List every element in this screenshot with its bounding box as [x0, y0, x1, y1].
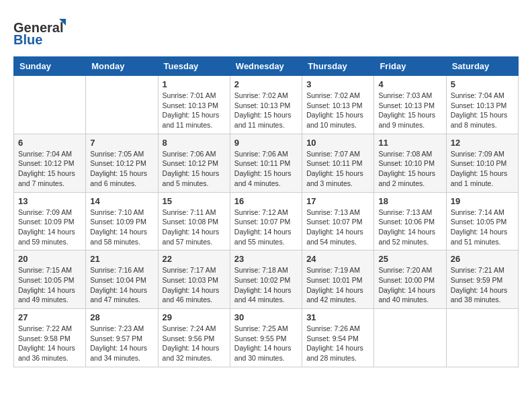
day-info: Sunrise: 7:04 AMSunset: 10:13 PMDaylight…: [451, 91, 514, 130]
day-info: Sunrise: 7:13 AMSunset: 10:06 PMDaylight…: [378, 208, 441, 247]
day-info: Sunrise: 7:24 AMSunset: 9:56 PMDaylight:…: [163, 324, 226, 363]
day-info: Sunrise: 7:01 AMSunset: 10:13 PMDaylight…: [163, 91, 226, 130]
column-header-tuesday: Tuesday: [158, 57, 230, 76]
calendar-cell: [86, 76, 158, 134]
column-header-sunday: Sunday: [14, 57, 86, 76]
day-info: Sunrise: 7:21 AMSunset: 9:59 PMDaylight:…: [451, 265, 514, 305]
day-info: Sunrise: 7:02 AMSunset: 10:13 PMDaylight…: [306, 91, 369, 130]
day-info: Sunrise: 7:15 AMSunset: 10:05 PMDaylight…: [18, 265, 81, 305]
day-number: 5: [451, 79, 514, 89]
calendar-cell: 3Sunrise: 7:02 AMSunset: 10:13 PMDayligh…: [302, 76, 374, 134]
day-info: Sunrise: 7:05 AMSunset: 10:12 PMDaylight…: [90, 149, 153, 189]
calendar-cell: [14, 76, 86, 134]
calendar-cell: 21Sunrise: 7:16 AMSunset: 10:04 PMDaylig…: [86, 250, 158, 309]
day-number: 23: [234, 254, 298, 264]
day-info: Sunrise: 7:23 AMSunset: 9:57 PMDaylight:…: [90, 324, 153, 363]
column-header-wednesday: Wednesday: [230, 57, 302, 76]
day-number: 16: [234, 196, 298, 206]
day-info: Sunrise: 7:06 AMSunset: 10:12 PMDaylight…: [163, 149, 226, 189]
calendar-body: 1Sunrise: 7:01 AMSunset: 10:13 PMDayligh…: [14, 76, 519, 367]
calendar-cell: 6Sunrise: 7:04 AMSunset: 10:12 PMDayligh…: [14, 134, 86, 192]
calendar-cell: 15Sunrise: 7:11 AMSunset: 10:08 PMDaylig…: [158, 192, 230, 250]
day-number: 14: [90, 196, 153, 206]
calendar-cell: 29Sunrise: 7:24 AMSunset: 9:56 PMDayligh…: [158, 309, 230, 367]
day-number: 9: [234, 138, 298, 148]
day-info: Sunrise: 7:14 AMSunset: 10:05 PMDaylight…: [451, 208, 514, 247]
calendar-cell: 19Sunrise: 7:14 AMSunset: 10:05 PMDaylig…: [446, 192, 518, 250]
calendar-cell: 2Sunrise: 7:02 AMSunset: 10:13 PMDayligh…: [230, 76, 302, 134]
calendar-cell: 26Sunrise: 7:21 AMSunset: 9:59 PMDayligh…: [446, 250, 518, 309]
day-number: 4: [378, 79, 441, 89]
calendar-cell: 5Sunrise: 7:04 AMSunset: 10:13 PMDayligh…: [446, 76, 518, 134]
day-number: 12: [451, 138, 514, 148]
day-number: 31: [306, 312, 369, 322]
day-number: 24: [306, 254, 369, 264]
day-number: 2: [234, 79, 298, 89]
calendar-cell: 10Sunrise: 7:07 AMSunset: 10:11 PMDaylig…: [302, 134, 374, 192]
calendar-cell: [374, 309, 446, 367]
calendar-cell: 1Sunrise: 7:01 AMSunset: 10:13 PMDayligh…: [158, 76, 230, 134]
calendar-cell: 12Sunrise: 7:09 AMSunset: 10:10 PMDaylig…: [446, 134, 518, 192]
day-number: 28: [90, 312, 153, 322]
calendar-cell: 8Sunrise: 7:06 AMSunset: 10:12 PMDayligh…: [158, 134, 230, 192]
calendar-week-1: 1Sunrise: 7:01 AMSunset: 10:13 PMDayligh…: [14, 76, 519, 134]
calendar-cell: 16Sunrise: 7:12 AMSunset: 10:07 PMDaylig…: [230, 192, 302, 250]
calendar-cell: 28Sunrise: 7:23 AMSunset: 9:57 PMDayligh…: [86, 309, 158, 367]
calendar-cell: 4Sunrise: 7:03 AMSunset: 10:13 PMDayligh…: [374, 76, 446, 134]
day-number: 15: [163, 196, 226, 206]
day-info: Sunrise: 7:07 AMSunset: 10:11 PMDaylight…: [306, 149, 369, 189]
day-number: 27: [18, 312, 81, 322]
day-number: 29: [163, 312, 226, 322]
column-header-monday: Monday: [86, 57, 158, 76]
day-number: 3: [306, 79, 369, 89]
day-number: 8: [163, 138, 226, 148]
day-info: Sunrise: 7:09 AMSunset: 10:10 PMDaylight…: [451, 149, 514, 189]
column-header-saturday: Saturday: [446, 57, 518, 76]
day-number: 19: [451, 196, 514, 206]
day-number: 17: [306, 196, 369, 206]
calendar-cell: 24Sunrise: 7:19 AMSunset: 10:01 PMDaylig…: [302, 250, 374, 309]
day-info: Sunrise: 7:09 AMSunset: 10:09 PMDaylight…: [18, 208, 81, 247]
day-info: Sunrise: 7:02 AMSunset: 10:13 PMDaylight…: [234, 91, 298, 130]
day-info: Sunrise: 7:12 AMSunset: 10:07 PMDaylight…: [234, 208, 298, 247]
calendar-cell: 30Sunrise: 7:25 AMSunset: 9:55 PMDayligh…: [230, 309, 302, 367]
day-info: Sunrise: 7:13 AMSunset: 10:07 PMDaylight…: [306, 208, 369, 247]
calendar-header-row: SundayMondayTuesdayWednesdayThursdayFrid…: [14, 57, 519, 76]
calendar-table: SundayMondayTuesdayWednesdayThursdayFrid…: [13, 56, 519, 367]
day-info: Sunrise: 7:17 AMSunset: 10:03 PMDaylight…: [163, 265, 226, 305]
day-info: Sunrise: 7:20 AMSunset: 10:00 PMDaylight…: [378, 265, 441, 305]
day-number: 1: [163, 79, 226, 89]
day-number: 11: [378, 138, 441, 148]
day-info: Sunrise: 7:10 AMSunset: 10:09 PMDaylight…: [90, 208, 153, 247]
calendar-cell: [446, 309, 518, 367]
day-info: Sunrise: 7:08 AMSunset: 10:10 PMDaylight…: [378, 149, 441, 189]
day-info: Sunrise: 7:16 AMSunset: 10:04 PMDaylight…: [90, 265, 153, 305]
day-number: 21: [90, 254, 153, 264]
day-number: 22: [163, 254, 226, 264]
calendar-cell: 20Sunrise: 7:15 AMSunset: 10:05 PMDaylig…: [14, 250, 86, 309]
calendar-cell: 18Sunrise: 7:13 AMSunset: 10:06 PMDaylig…: [374, 192, 446, 250]
day-number: 6: [18, 138, 81, 148]
logo: General Blue: [13, 13, 74, 50]
day-number: 13: [18, 196, 81, 206]
column-header-thursday: Thursday: [302, 57, 374, 76]
calendar-cell: 11Sunrise: 7:08 AMSunset: 10:10 PMDaylig…: [374, 134, 446, 192]
day-number: 7: [90, 138, 153, 148]
calendar-cell: 31Sunrise: 7:26 AMSunset: 9:54 PMDayligh…: [302, 309, 374, 367]
calendar-cell: 22Sunrise: 7:17 AMSunset: 10:03 PMDaylig…: [158, 250, 230, 309]
calendar-cell: 17Sunrise: 7:13 AMSunset: 10:07 PMDaylig…: [302, 192, 374, 250]
day-number: 10: [306, 138, 369, 148]
calendar-week-2: 6Sunrise: 7:04 AMSunset: 10:12 PMDayligh…: [14, 134, 519, 192]
day-info: Sunrise: 7:25 AMSunset: 9:55 PMDaylight:…: [234, 324, 298, 363]
page-header: General Blue: [13, 13, 519, 50]
day-info: Sunrise: 7:26 AMSunset: 9:54 PMDaylight:…: [306, 324, 369, 363]
day-number: 26: [451, 254, 514, 264]
day-info: Sunrise: 7:19 AMSunset: 10:01 PMDaylight…: [306, 265, 369, 305]
logo-text: General Blue: [13, 13, 74, 50]
calendar-cell: 23Sunrise: 7:18 AMSunset: 10:02 PMDaylig…: [230, 250, 302, 309]
day-number: 30: [234, 312, 298, 322]
calendar-week-3: 13Sunrise: 7:09 AMSunset: 10:09 PMDaylig…: [14, 192, 519, 250]
calendar-cell: 9Sunrise: 7:06 AMSunset: 10:11 PMDayligh…: [230, 134, 302, 192]
day-number: 18: [378, 196, 441, 206]
day-info: Sunrise: 7:04 AMSunset: 10:12 PMDaylight…: [18, 149, 81, 189]
